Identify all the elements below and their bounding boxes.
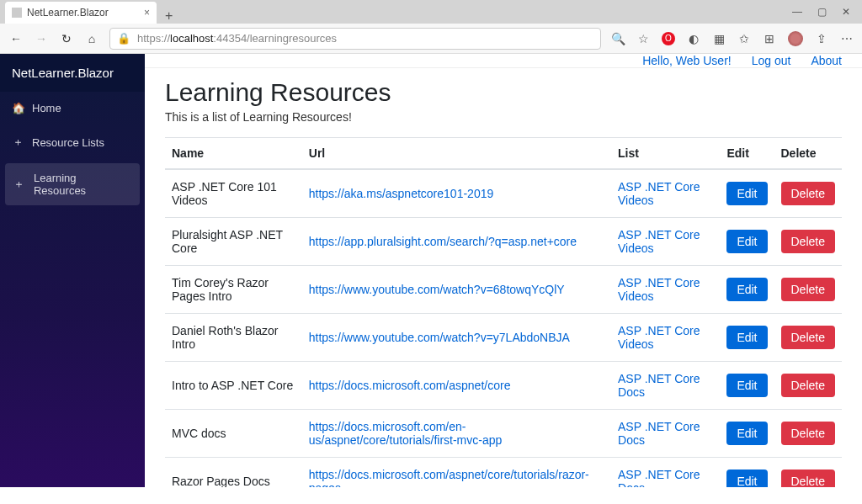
address-bar[interactable]: 🔒 https://localhost:44354/learningresour… [109,28,601,50]
forward-button[interactable]: → [34,32,49,45]
delete-button[interactable]: Delete [781,374,835,397]
cell-url-link[interactable]: https://docs.microsoft.com/aspnet/core/t… [309,468,589,487]
cell-list-link[interactable]: ASP .NET Core Docs [618,420,700,447]
share-icon[interactable]: ⇪ [815,32,828,45]
close-window-icon[interactable]: ✕ [842,6,850,18]
sidebar: NetLearner.Blazor 🏠 Home ＋ Resource List… [0,54,145,487]
top-bar: Hello, Web User! Log out About [145,54,862,68]
tab-favicon [12,8,22,18]
cell-name: MVC docs [165,410,302,458]
window-controls: — ▢ ✕ [780,0,862,24]
delete-button[interactable]: Delete [781,470,835,487]
edit-button[interactable]: Edit [726,326,767,349]
app-brand: NetLearner.Blazor [0,54,145,92]
new-tab-button[interactable]: + [157,8,181,24]
cell-url-link[interactable]: https://docs.microsoft.com/en-us/aspnet/… [309,420,503,447]
extension2-icon[interactable]: ◐ [687,32,700,45]
cell-list-link[interactable]: ASP .NET Core Videos [618,276,700,303]
cell-url-link[interactable]: https://www.youtube.com/watch?v=68towqYc… [309,283,565,296]
favorites-bar-icon[interactable]: ✩ [737,32,751,45]
favorite-icon[interactable]: ☆ [636,32,650,45]
edit-button[interactable]: Edit [726,470,767,487]
close-tab-icon[interactable]: × [144,7,150,19]
url-text: https://localhost:44354/learningresource… [137,32,337,45]
cell-url-link[interactable]: https://www.youtube.com/watch?v=y7LAbdoN… [309,331,570,344]
resources-table: Name Url List Edit Delete ASP .NET Core … [165,137,842,487]
about-link[interactable]: About [811,54,842,67]
hello-user-link[interactable]: Hello, Web User! [642,54,732,67]
table-row: Tim Corey's Razor Pages Introhttps://www… [165,266,842,314]
th-list: List [611,138,720,170]
refresh-button[interactable]: ↻ [59,32,74,45]
table-row: Intro to ASP .NET Corehttps://docs.micro… [165,362,842,410]
cell-list-link[interactable]: ASP .NET Core Docs [618,372,700,399]
cell-list-link[interactable]: ASP .NET Core Videos [618,180,700,207]
sidebar-item-label: Learning Resources [34,172,131,197]
menu-icon[interactable]: ⋯ [840,32,854,45]
plus-icon: ＋ [12,135,24,150]
edit-button[interactable]: Edit [726,278,767,301]
table-row: Pluralsight ASP .NET Corehttps://app.plu… [165,218,842,266]
sidebar-item-label: Resource Lists [32,136,104,149]
table-row: ASP .NET Core 101 Videoshttps://aka.ms/a… [165,169,842,218]
minimize-icon[interactable]: — [792,6,802,18]
sidebar-item-label: Home [32,102,61,114]
cell-list-link[interactable]: ASP .NET Core Docs [618,468,700,487]
delete-button[interactable]: Delete [781,278,835,301]
th-url: Url [302,138,611,170]
tab-title: NetLearner.Blazor [27,7,109,19]
cell-name: Pluralsight ASP .NET Core [165,218,302,266]
th-edit: Edit [720,138,774,170]
cell-name: ASP .NET Core 101 Videos [165,169,302,218]
cell-url-link[interactable]: https://aka.ms/aspnetcore101-2019 [309,187,493,200]
back-button[interactable]: ← [8,32,24,45]
delete-button[interactable]: Delete [781,422,835,445]
delete-button[interactable]: Delete [781,182,835,205]
plus-icon: ＋ [13,177,25,192]
cell-url-link[interactable]: https://app.pluralsight.com/search/?q=as… [309,235,577,248]
collections-icon[interactable]: ▦ [712,32,726,45]
th-delete: Delete [774,138,843,170]
extensions-icon[interactable]: ⊞ [763,32,776,45]
edit-button[interactable]: Edit [726,230,767,253]
cell-name: Razor Pages Docs [165,458,302,488]
cell-list-link[interactable]: ASP .NET Core Videos [618,324,700,351]
logout-link[interactable]: Log out [752,54,791,67]
sidebar-item-learning-resources[interactable]: ＋ Learning Resources [5,163,140,205]
table-row: MVC docshttps://docs.microsoft.com/en-us… [165,410,842,458]
edit-button[interactable]: Edit [726,422,767,445]
edit-button[interactable]: Edit [726,182,767,205]
browser-tab[interactable]: NetLearner.Blazor × [5,2,157,24]
cell-url-link[interactable]: https://docs.microsoft.com/aspnet/core [309,379,511,392]
cell-list-link[interactable]: ASP .NET Core Videos [618,228,700,255]
maximize-icon[interactable]: ▢ [817,6,827,18]
table-row: Daniel Roth's Blazor Introhttps://www.yo… [165,314,842,362]
page-subtitle: This is a list of Learning Resources! [165,110,842,124]
cell-name: Tim Corey's Razor Pages Intro [165,266,302,314]
home-icon: 🏠 [12,102,24,114]
browser-toolbar: ← → ↻ ⌂ 🔒 https://localhost:44354/learni… [0,24,862,54]
read-aloud-icon[interactable]: 🔍 [611,32,625,45]
lock-icon: 🔒 [117,32,130,45]
edit-button[interactable]: Edit [726,374,767,397]
page-title: Learning Resources [165,78,842,107]
delete-button[interactable]: Delete [781,230,835,253]
sidebar-item-resource-lists[interactable]: ＋ Resource Lists [0,125,145,160]
cell-name: Intro to ASP .NET Core [165,362,302,410]
home-button[interactable]: ⌂ [84,32,99,45]
browser-tab-strip: NetLearner.Blazor × + — ▢ ✕ [0,0,862,24]
sidebar-item-home[interactable]: 🏠 Home [0,92,145,125]
profile-avatar[interactable] [788,31,803,46]
extension-icon[interactable]: O [662,32,675,45]
table-row: Razor Pages Docshttps://docs.microsoft.c… [165,458,842,488]
cell-name: Daniel Roth's Blazor Intro [165,314,302,362]
th-name: Name [165,138,302,170]
delete-button[interactable]: Delete [781,326,835,349]
